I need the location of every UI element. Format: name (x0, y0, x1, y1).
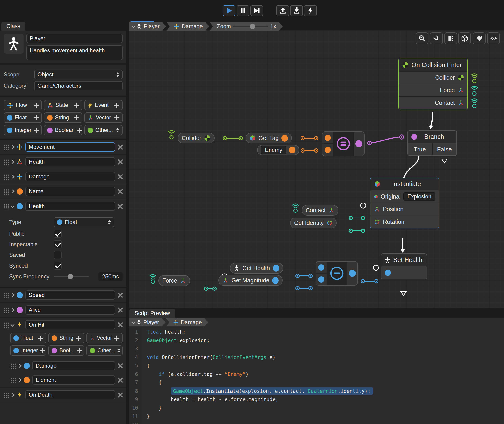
play-button[interactable] (223, 5, 235, 16)
float-output-port[interactable] (272, 277, 279, 284)
chevron-right-icon[interactable] (11, 145, 15, 149)
node-get-tag[interactable]: Get Tag (246, 133, 292, 143)
synced-checkbox[interactable] (54, 262, 62, 270)
wireless-port-force-icon[interactable] (470, 86, 478, 97)
variable-name-input[interactable] (25, 187, 115, 196)
add-event-button[interactable]: Event (84, 100, 122, 110)
variable-name-input[interactable] (25, 305, 115, 315)
layout-button[interactable] (444, 32, 457, 44)
string-output-port[interactable] (289, 147, 296, 153)
breadcrumb-player[interactable]: Player (129, 318, 165, 326)
input-original[interactable]: OriginalExplosion (370, 190, 439, 203)
breadcrumb-player[interactable]: Player (129, 22, 166, 31)
zoom-search-button[interactable] (416, 32, 428, 44)
variable-name-input[interactable] (25, 320, 115, 329)
flash-button[interactable] (304, 5, 317, 16)
float-output-port[interactable] (273, 265, 279, 272)
wireless-receiver-force-icon[interactable] (149, 274, 157, 285)
close-icon[interactable] (117, 159, 123, 165)
chevron-right-icon[interactable] (11, 175, 15, 179)
node-contact-getter[interactable]: Contact (302, 205, 339, 216)
variable-name-input[interactable] (25, 157, 115, 166)
close-icon[interactable] (117, 377, 123, 383)
string-output-port[interactable] (281, 135, 288, 142)
class-name-input[interactable] (26, 34, 122, 43)
category-input[interactable] (34, 81, 122, 90)
node-collider-getter[interactable]: Collider (178, 133, 215, 143)
tab-class[interactable]: Class (1, 22, 25, 31)
output-collider[interactable]: Collider (399, 72, 468, 84)
node-force-getter[interactable]: Force (158, 275, 190, 286)
variable-name-input[interactable] (32, 361, 115, 370)
close-icon[interactable] (117, 363, 123, 368)
chevron-right-icon[interactable] (18, 378, 22, 382)
inspectable-checkbox[interactable] (54, 240, 62, 248)
equals-input-b[interactable] (322, 143, 333, 156)
output-force[interactable]: Force (399, 84, 468, 97)
chevron-down-icon[interactable] (11, 204, 15, 208)
float-input[interactable] (381, 266, 426, 279)
slider-thumb[interactable] (68, 274, 73, 279)
add-float-button[interactable]: Float (10, 333, 46, 343)
string-literal-value[interactable]: Enemy (261, 146, 286, 154)
subtract-input-a[interactable] (316, 262, 327, 273)
close-icon[interactable] (117, 292, 123, 298)
close-icon[interactable] (117, 144, 123, 150)
variable-name-input[interactable] (25, 142, 115, 152)
variable-name-input[interactable] (25, 390, 115, 399)
drag-handle-icon[interactable] (10, 377, 16, 383)
saved-checkbox[interactable] (54, 251, 62, 259)
public-checkbox[interactable] (54, 230, 62, 238)
add-integer-button[interactable]: Integer (4, 125, 42, 135)
add-flow-button[interactable]: Flow (4, 100, 42, 110)
node-get-health[interactable]: Get Health (230, 263, 283, 274)
boolean-input-port[interactable] (411, 134, 417, 140)
add-boolean-button[interactable]: Bool... (48, 345, 84, 356)
chevron-right-icon[interactable] (11, 293, 15, 297)
drag-handle-icon[interactable] (10, 363, 16, 369)
variable-name-input[interactable] (25, 290, 115, 300)
drag-handle-icon[interactable] (3, 174, 9, 180)
add-vector-button[interactable]: Vector (84, 112, 122, 123)
variable-name-input[interactable] (25, 172, 115, 181)
tag-button[interactable] (473, 32, 486, 44)
zoom-slider-thumb[interactable] (250, 24, 255, 29)
type-select[interactable]: Float (54, 217, 114, 227)
drag-handle-icon[interactable] (3, 159, 9, 165)
download-button[interactable] (290, 5, 303, 16)
output-contact[interactable]: Contact (399, 97, 468, 109)
close-icon[interactable] (117, 322, 123, 327)
node-branch[interactable]: Branch True False (407, 130, 457, 156)
equals-input-a[interactable] (322, 132, 333, 143)
node-instantiate[interactable]: Instantiate OriginalExplosion Position R… (370, 178, 439, 228)
close-icon[interactable] (117, 174, 123, 179)
input-position[interactable]: Position (370, 203, 439, 215)
tab-script-preview[interactable]: Script Preview (129, 309, 175, 318)
close-icon[interactable] (117, 307, 123, 313)
pause-button[interactable] (237, 5, 249, 16)
drag-handle-icon[interactable] (3, 307, 9, 313)
add-state-button[interactable]: State (44, 100, 82, 110)
input-rotation[interactable]: Rotation (370, 215, 439, 228)
wireless-receiver-collider-icon[interactable] (168, 130, 175, 140)
add-boolean-button[interactable]: Boolean (44, 125, 82, 135)
magnet-button[interactable] (430, 32, 443, 44)
add-other-button[interactable]: Other... (84, 125, 122, 135)
chevron-right-icon[interactable] (11, 308, 15, 312)
wireless-receiver-contact-icon[interactable] (292, 203, 299, 214)
chevron-down-icon[interactable] (11, 323, 15, 327)
node-set-health[interactable]: Set Health (381, 253, 427, 279)
add-string-button[interactable]: String (44, 112, 82, 123)
chevron-right-icon[interactable] (11, 160, 15, 164)
drag-handle-icon[interactable] (3, 322, 9, 328)
drag-handle-icon[interactable] (3, 144, 9, 150)
wireless-port-contact-icon[interactable] (470, 98, 478, 109)
add-other-button[interactable]: Other... (86, 345, 122, 356)
code-lines[interactable]: 1float health;2GameObject explosion;34vo… (129, 328, 504, 424)
prefab-cube-button[interactable] (458, 32, 471, 44)
eye-button[interactable] (487, 32, 500, 44)
branch-true-output[interactable]: True (408, 143, 432, 155)
close-icon[interactable] (117, 392, 123, 398)
add-vector-button[interactable]: Vector (86, 333, 122, 343)
chevron-right-icon[interactable] (11, 190, 15, 193)
